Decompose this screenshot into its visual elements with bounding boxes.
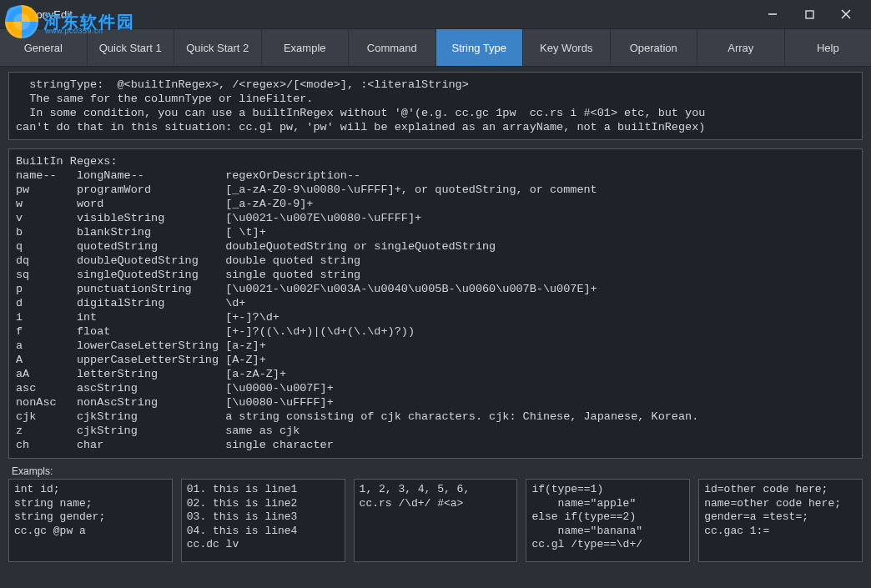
tab-label: Quick Start 1 (99, 42, 162, 54)
tab-label: Key Words (540, 42, 592, 54)
window-title: ConyEdit (28, 8, 73, 21)
tab-example[interactable]: Example (262, 29, 350, 66)
app-icon (7, 7, 22, 22)
builtin-regex-panel: BuiltIn Regexs: name-- longName-- regexO… (8, 148, 863, 459)
examples-heading: Exampls: (12, 465, 863, 477)
tab-help[interactable]: Help (785, 29, 872, 66)
tab-quick-start-1[interactable]: Quick Start 1 (88, 29, 175, 66)
tab-operation[interactable]: Operation (611, 29, 698, 66)
svg-rect-1 (806, 11, 813, 18)
tab-command[interactable]: Command (349, 29, 436, 66)
tab-label: General (24, 42, 63, 54)
maximize-button[interactable] (791, 0, 828, 28)
minimize-button[interactable] (754, 0, 791, 28)
syntax-description-panel: stringType: @<builtInRegex>, /<regex>/[<… (8, 72, 863, 140)
titlebar: ConyEdit (0, 0, 871, 28)
example-panel-1: int id; string name; string gender; cc.g… (8, 479, 173, 562)
example-panel-4: if(type==1) name="apple" else if(type==2… (526, 479, 690, 562)
examples-row: int id; string name; string gender; cc.g… (8, 479, 863, 562)
example-panel-3: 1, 2, 3, 4, 5, 6, cc.rs /\d+/ #<a> (354, 479, 518, 562)
tab-bar: General Quick Start 1 Quick Start 2 Exam… (0, 28, 871, 67)
tab-label: Help (817, 42, 839, 54)
tab-array[interactable]: Array (697, 29, 785, 66)
close-button[interactable] (828, 0, 864, 28)
tab-label: String Type (451, 42, 506, 54)
tab-label: Operation (630, 42, 677, 54)
tab-label: Array (728, 42, 753, 54)
tab-label: Quick Start 2 (186, 42, 249, 54)
tab-quick-start-2[interactable]: Quick Start 2 (174, 29, 262, 66)
tab-general[interactable]: General (0, 29, 88, 66)
tab-label: Command (367, 42, 417, 54)
example-panel-5: id=other code here; name=other code here… (698, 479, 863, 562)
tab-key-words[interactable]: Key Words (523, 29, 611, 66)
tab-label: Example (284, 42, 326, 54)
tab-string-type[interactable]: String Type (436, 29, 524, 66)
example-panel-2: 01. this is line1 02. this is line2 03. … (181, 479, 345, 562)
